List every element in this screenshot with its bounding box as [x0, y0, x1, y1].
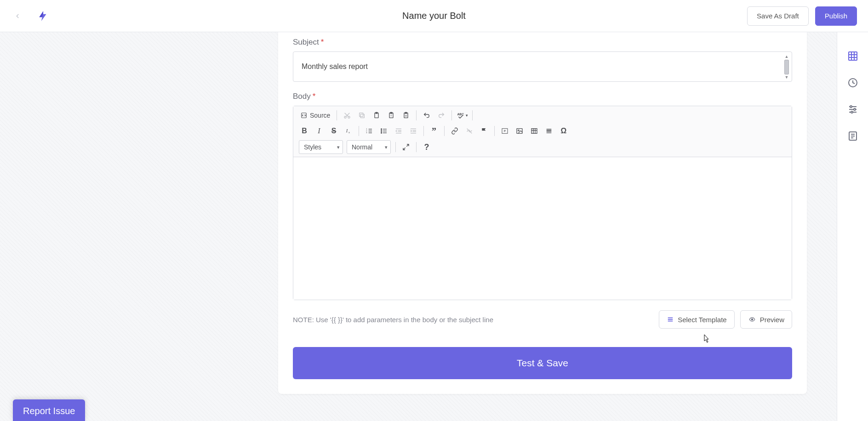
svg-line-68 [403, 148, 405, 150]
svg-text:P: P [504, 130, 506, 132]
format-select[interactable]: Normal [347, 140, 391, 154]
back-button[interactable] [11, 10, 24, 23]
help-button[interactable]: ? [420, 141, 433, 154]
rail-notes-button[interactable] [845, 129, 860, 143]
outdent-button[interactable] [392, 125, 405, 137]
toolbar-separator [472, 110, 473, 120]
svg-point-44 [381, 131, 382, 131]
svg-rect-59 [531, 129, 537, 134]
rail-grid-button[interactable] [845, 49, 860, 63]
scroll-down-icon: ▼ [785, 75, 789, 80]
unlink-icon [466, 127, 473, 135]
svg-point-58 [518, 130, 520, 131]
required-mark: * [321, 38, 324, 46]
maximize-icon [402, 143, 410, 151]
svg-point-9 [850, 106, 852, 108]
svg-line-67 [406, 144, 409, 147]
svg-point-10 [854, 108, 856, 110]
special-char-button[interactable]: Ω [557, 125, 570, 137]
svg-rect-22 [360, 113, 363, 117]
template-icon [667, 316, 674, 323]
copy-button[interactable] [355, 109, 368, 122]
svg-rect-0 [849, 52, 857, 60]
body-label: Body* [293, 92, 792, 101]
pagebreak-button[interactable]: P [498, 125, 511, 137]
spellcheck-button[interactable]: ABC ▾ [456, 109, 468, 122]
ordered-list-button[interactable]: 123 [363, 125, 376, 137]
sliders-icon [847, 104, 858, 115]
italic-icon: I [318, 127, 320, 135]
styles-select[interactable]: Styles [299, 140, 343, 154]
source-label: Source [310, 112, 330, 119]
unlink-button[interactable] [463, 125, 476, 137]
toolbar-separator [337, 110, 337, 120]
copy-icon [358, 112, 365, 119]
paste-text-icon: T [388, 112, 395, 119]
preview-button[interactable]: Preview [740, 310, 792, 329]
bolt-logo-icon [37, 10, 49, 22]
editor-actions: Select Template Preview [659, 310, 792, 329]
save-draft-button[interactable]: Save As Draft [747, 6, 809, 26]
rail-history-button[interactable] [845, 75, 860, 90]
paste-icon [373, 112, 380, 119]
anchor-button[interactable] [478, 125, 491, 137]
dropdown-caret-icon: ▾ [466, 113, 468, 118]
toolbar-separator [416, 142, 417, 152]
help-icon: ? [424, 142, 429, 152]
link-button[interactable] [448, 125, 461, 137]
undo-button[interactable] [420, 109, 433, 122]
svg-text:ABC: ABC [457, 113, 464, 116]
subject-field-wrap: ▲ ▼ [293, 51, 792, 82]
paste-word-button[interactable]: W [400, 109, 412, 122]
subject-label: Subject* [293, 38, 792, 47]
svg-point-43 [381, 129, 382, 130]
parameter-note: NOTE: Use '{{ }}' to add parameters in t… [293, 316, 493, 324]
svg-text:I: I [346, 128, 348, 133]
link-icon [451, 127, 458, 135]
toolbar-separator [359, 126, 359, 136]
paste-button[interactable] [370, 109, 383, 122]
rail-settings-button[interactable] [845, 102, 860, 117]
svg-rect-21 [361, 114, 365, 118]
bold-button[interactable]: B [298, 125, 311, 137]
report-issue-button[interactable]: Report Issue [13, 399, 85, 421]
page-title: Name your Bolt [402, 11, 466, 21]
toolbar-separator [416, 110, 417, 120]
svg-text:W: W [405, 115, 407, 117]
remove-format-button[interactable]: Ix [342, 125, 355, 137]
blockquote-button[interactable]: ” [428, 125, 440, 137]
test-save-button[interactable]: Test & Save [293, 347, 792, 379]
grid-icon [847, 51, 858, 62]
redo-button[interactable] [435, 109, 448, 122]
paste-text-button[interactable]: T [385, 109, 398, 122]
paste-word-icon: W [402, 112, 410, 119]
image-button[interactable] [513, 125, 526, 137]
table-button[interactable] [528, 125, 541, 137]
svg-point-11 [851, 111, 853, 113]
top-bar: Name your Bolt Save As Draft Publish [0, 0, 868, 32]
select-template-button[interactable]: Select Template [659, 310, 734, 329]
publish-button[interactable]: Publish [815, 6, 857, 26]
strike-button[interactable]: S [327, 125, 340, 137]
toolbar-separator [395, 142, 396, 152]
italic-button[interactable]: I [313, 125, 326, 137]
brand-logo[interactable] [37, 10, 49, 22]
hr-icon [545, 127, 553, 135]
body-textarea[interactable] [293, 157, 792, 300]
subject-input[interactable] [293, 52, 781, 81]
scrollbar-track [784, 60, 789, 74]
maximize-button[interactable] [400, 141, 412, 154]
subject-scrollbar[interactable]: ▲ ▼ [783, 55, 790, 80]
hr-button[interactable] [542, 125, 555, 137]
toolbar-separator [444, 126, 445, 136]
source-button[interactable]: Source [297, 109, 334, 122]
form-card: Subject* ▲ ▼ Body* Source [278, 32, 807, 394]
cut-button[interactable] [341, 109, 354, 122]
indent-button[interactable] [407, 125, 420, 137]
pagebreak-icon: P [501, 127, 509, 135]
body-editor: Source T W ABC [293, 106, 792, 300]
undo-icon [423, 112, 430, 119]
toolbar-separator [423, 126, 424, 136]
unordered-list-button[interactable] [377, 125, 390, 137]
eye-icon [748, 316, 756, 323]
